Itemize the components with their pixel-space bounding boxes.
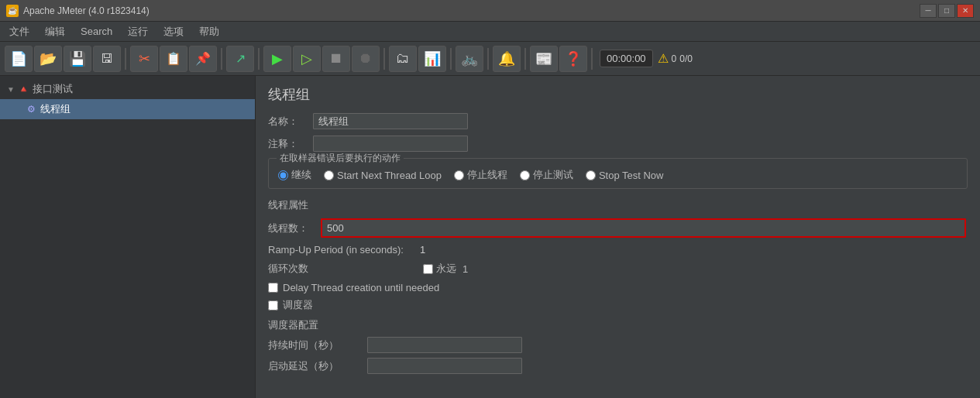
clear-button[interactable]: 🗂 <box>389 46 417 72</box>
loop-forever-checkbox[interactable] <box>423 264 433 274</box>
clearall-icon: 📊 <box>424 50 441 67</box>
radio-continue-label: 继续 <box>291 168 311 182</box>
startup-delay-input[interactable] <box>367 358 522 374</box>
maximize-button[interactable]: □ <box>938 4 955 18</box>
paste-icon: 📌 <box>195 51 211 66</box>
scheduler-checkbox[interactable] <box>268 300 278 311</box>
cut-icon: ✂ <box>139 50 150 67</box>
option-start-next-thread-loop[interactable]: Start Next Thread Loop <box>324 170 442 181</box>
comment-label: 注释： <box>268 137 307 151</box>
help-icon: ❓ <box>565 50 582 67</box>
menu-options[interactable]: 选项 <box>157 23 190 40</box>
stopnow-button[interactable]: ⏺ <box>352 46 380 72</box>
ramp-up-value: 1 <box>420 244 425 256</box>
warning-icon: ⚠ <box>658 51 669 66</box>
clearall-button[interactable]: 📊 <box>418 46 446 72</box>
run-button[interactable]: ▶ <box>263 46 291 72</box>
radio-stop-thread[interactable] <box>454 170 464 180</box>
radio-stop-test[interactable] <box>520 170 530 180</box>
minimize-button[interactable]: ─ <box>920 4 937 18</box>
option-continue[interactable]: 继续 <box>278 168 311 182</box>
radio-stop-test-now[interactable] <box>586 170 596 180</box>
undo-icon: ↗ <box>236 51 246 66</box>
sidebar-item-test-plan[interactable]: ▼ 🔺 接口测试 <box>0 79 255 99</box>
scheduler-row: 调度器 <box>268 298 968 312</box>
copy-icon: 📋 <box>166 51 181 66</box>
menu-run[interactable]: 运行 <box>122 23 154 40</box>
comment-input[interactable] <box>313 136 468 152</box>
cut-button[interactable]: ✂ <box>130 46 158 72</box>
option-stop-test-now[interactable]: Stop Test Now <box>586 170 664 181</box>
toolbar-separator-3 <box>258 48 260 70</box>
name-input[interactable] <box>313 113 468 129</box>
main-layout: ▼ 🔺 接口测试 ⚙ 线程组 线程组 名称： 注释： 在取样器错误后要执行的动作 <box>0 76 980 398</box>
help-button[interactable]: ❓ <box>559 46 587 72</box>
open-button[interactable]: 📂 <box>34 46 62 72</box>
thread-count-input[interactable] <box>321 218 966 238</box>
option-stop-thread[interactable]: 停止线程 <box>454 168 507 182</box>
action-group-title: 在取样器错误后要执行的动作 <box>277 152 404 165</box>
title-bar: ☕ Apache JMeter (4.0 r1823414) ─ □ ✕ <box>0 0 980 22</box>
remote-button[interactable]: 🚲 <box>456 46 483 72</box>
sidebar-item-thread-group[interactable]: ⚙ 线程组 <box>0 99 255 119</box>
content-area: 线程组 名称： 注释： 在取样器错误后要执行的动作 继续 Start Next … <box>256 76 980 398</box>
thread-props-section: 线程属性 线程数： Ramp-Up Period (in seconds): 1… <box>268 198 968 312</box>
undo-button[interactable]: ↗ <box>226 46 254 72</box>
expand-icon: ▼ <box>6 84 15 94</box>
copy-button[interactable]: 📋 <box>160 46 187 72</box>
open-icon: 📂 <box>40 50 57 67</box>
new-button[interactable]: 📄 <box>5 46 33 72</box>
scheduler-section: 调度器配置 持续时间（秒） 启动延迟（秒） <box>268 318 968 374</box>
scheduler-config-title: 调度器配置 <box>268 318 968 332</box>
error-count: 0/0 <box>679 53 693 64</box>
option-stop-test[interactable]: 停止测试 <box>520 168 573 182</box>
radio-continue[interactable] <box>278 170 288 180</box>
menu-search[interactable]: Search <box>74 24 119 39</box>
menu-help[interactable]: 帮助 <box>193 23 225 40</box>
radio-start-next[interactable] <box>324 170 334 180</box>
radio-stop-thread-label: 停止线程 <box>467 168 507 182</box>
toolbar-separator-5 <box>450 48 452 70</box>
radio-stop-test-label: 停止测试 <box>533 168 573 182</box>
new-icon: 📄 <box>10 50 27 67</box>
comment-row: 注释： <box>268 136 968 152</box>
test-plan-label: 接口测试 <box>33 82 73 96</box>
runcmd-icon: ▷ <box>301 50 312 67</box>
radio-start-next-label: Start Next Thread Loop <box>337 170 442 181</box>
stop-button[interactable]: ⏹ <box>322 46 350 72</box>
page-title: 线程组 <box>268 85 968 104</box>
save-button[interactable]: 💾 <box>64 46 91 72</box>
name-label: 名称： <box>268 115 307 129</box>
close-button[interactable]: ✕ <box>957 4 974 18</box>
duration-input[interactable] <box>367 337 522 353</box>
toolbar-separator-6 <box>487 48 489 70</box>
template-icon: 📰 <box>535 50 552 67</box>
warning-count: 0 <box>672 53 677 64</box>
saveas-button[interactable]: 🖫 <box>93 46 121 72</box>
clear-icon: 🗂 <box>396 50 410 67</box>
menu-edit[interactable]: 编辑 <box>39 23 71 40</box>
thread-group-label: 线程组 <box>40 102 70 116</box>
radio-group: 继续 Start Next Thread Loop 停止线程 停止测试 Stop… <box>278 165 958 182</box>
notification-icon: 🔔 <box>498 50 515 67</box>
toolbar: 📄 📂 💾 🖫 ✂ 📋 📌 ↗ ▶ ▷ ⏹ ⏺ 🗂 📊 🚲 <box>0 42 980 76</box>
save-icon: 💾 <box>69 50 86 67</box>
window-controls: ─ □ ✕ <box>920 4 974 18</box>
thread-count-label: 线程数： <box>268 221 315 235</box>
app-icon: ☕ <box>6 5 19 17</box>
paste-button[interactable]: 📌 <box>189 46 217 72</box>
runcmd-button[interactable]: ▷ <box>293 46 321 72</box>
thread-count-row: 线程数： <box>268 218 968 238</box>
saveas-icon: 🖫 <box>101 52 113 66</box>
menu-file[interactable]: 文件 <box>3 23 36 40</box>
toolbar-separator-4 <box>383 48 385 70</box>
toolbar-separator-8 <box>591 48 593 70</box>
window-title: Apache JMeter (4.0 r1823414) <box>23 5 150 16</box>
action-group: 在取样器错误后要执行的动作 继续 Start Next Thread Loop … <box>268 158 968 189</box>
radio-stop-test-now-label: Stop Test Now <box>599 170 664 181</box>
duration-label: 持续时间（秒） <box>268 338 361 352</box>
sidebar: ▼ 🔺 接口测试 ⚙ 线程组 <box>0 76 256 398</box>
template-button[interactable]: 📰 <box>530 46 558 72</box>
delay-thread-checkbox[interactable] <box>268 283 278 293</box>
notification-button[interactable]: 🔔 <box>493 46 521 72</box>
